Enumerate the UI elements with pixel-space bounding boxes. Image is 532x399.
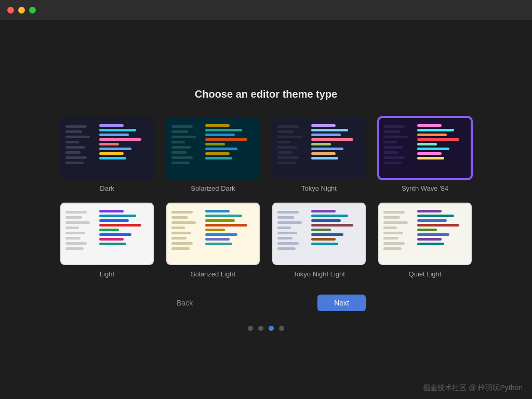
theme-preview-quiet-light — [378, 203, 472, 265]
nav-row: Back Next — [69, 295, 463, 311]
maximize-button[interactable] — [29, 7, 36, 14]
dots-row — [248, 326, 284, 331]
themes-grid: Dark — [60, 117, 472, 278]
theme-label-solarized-light: Solarized Light — [191, 270, 235, 278]
traffic-lights — [7, 7, 36, 14]
theme-dark[interactable]: Dark — [60, 117, 154, 192]
dot-4 — [279, 326, 284, 331]
titlebar — [0, 0, 532, 20]
theme-solarized-dark[interactable]: Solarized Dark — [166, 117, 260, 192]
theme-light[interactable]: Light — [60, 203, 154, 278]
theme-preview-solarized-dark — [166, 117, 260, 179]
theme-preview-light — [60, 203, 154, 265]
watermark: 掘金技术社区 @ 梓羽玩Python — [423, 383, 523, 393]
theme-label-tokyo-night: Tokyo Night — [301, 184, 337, 192]
close-button[interactable] — [7, 7, 14, 14]
theme-solarized-light[interactable]: Solarized Light — [166, 203, 260, 278]
dot-2 — [258, 326, 263, 331]
back-button[interactable]: Back — [166, 295, 203, 311]
theme-label-tokyo-night-light: Tokyo Night Light — [293, 270, 345, 278]
theme-label-solarized-dark: Solarized Dark — [191, 184, 235, 192]
dot-3-active — [269, 326, 274, 331]
theme-preview-solarized-light — [166, 203, 260, 265]
minimize-button[interactable] — [18, 7, 25, 14]
theme-label-light: Light — [100, 270, 114, 278]
theme-preview-dark — [60, 117, 154, 179]
main-content: Choose an editor theme type — [0, 20, 532, 399]
next-button[interactable]: Next — [317, 295, 366, 311]
theme-label-synth-wave: Synth Wave '84 — [402, 184, 448, 192]
page-title: Choose an editor theme type — [195, 88, 338, 100]
theme-tokyo-night[interactable]: Tokyo Night — [272, 117, 366, 192]
theme-preview-tokyo-night — [272, 117, 366, 179]
theme-quiet-light[interactable]: Quiet Light — [378, 203, 472, 278]
theme-synth-wave[interactable]: Synth Wave '84 — [378, 117, 472, 192]
theme-preview-synth-wave — [378, 117, 472, 179]
dot-1 — [248, 326, 253, 331]
theme-label-quiet-light: Quiet Light — [409, 270, 442, 278]
theme-preview-tokyo-night-light — [272, 203, 366, 265]
theme-label-dark: Dark — [100, 184, 114, 192]
theme-tokyo-night-light[interactable]: Tokyo Night Light — [272, 203, 366, 278]
